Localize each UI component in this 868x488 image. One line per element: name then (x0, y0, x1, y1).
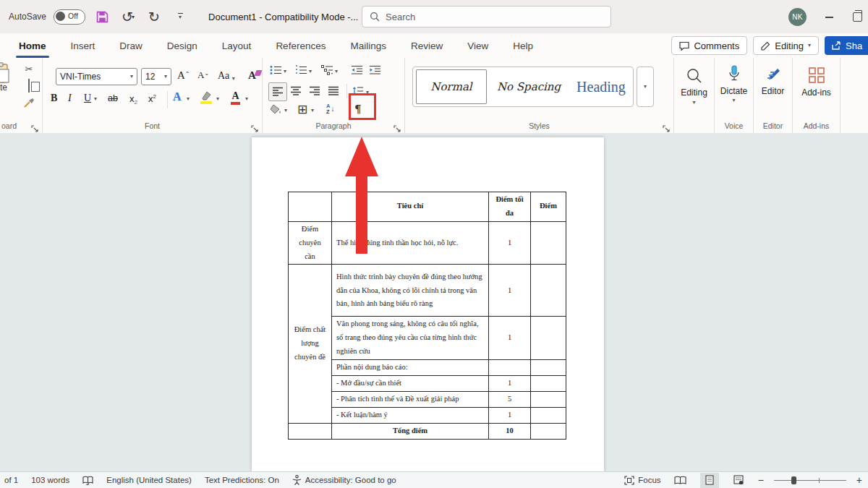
font-color-button[interactable]: A (231, 91, 240, 105)
proofing-status[interactable] (82, 476, 93, 485)
multilevel-dropdown[interactable]: ▾ (335, 69, 338, 74)
font-name-select[interactable]: VNI-Times ▾ (56, 68, 137, 85)
save-icon (96, 11, 109, 23)
styles-dialog-launcher[interactable] (663, 122, 670, 129)
justify-button[interactable] (328, 86, 339, 99)
page-indicator[interactable]: of 1 (4, 476, 18, 484)
autosave-toggle[interactable]: Off (54, 9, 85, 25)
dictate-button[interactable]: Dictate ▾ (715, 65, 753, 103)
save-button[interactable] (93, 6, 111, 27)
increase-indent-button[interactable] (369, 65, 381, 78)
tab-references[interactable]: References (274, 39, 327, 53)
shrink-font-button[interactable]: A⌄ (197, 69, 209, 81)
search-input[interactable]: Search (362, 6, 611, 27)
tab-insert[interactable]: Insert (69, 39, 97, 53)
editing-button[interactable]: Editing ▾ (674, 68, 714, 106)
text-predictions[interactable]: Text Predictions: On (205, 476, 279, 484)
bullets-button[interactable] (270, 65, 282, 78)
chevron-down-icon: ▾ (232, 76, 235, 82)
header-max-score: Điểm tối đa (489, 192, 531, 222)
numbering-dropdown[interactable]: ▾ (309, 69, 312, 74)
tab-view[interactable]: View (466, 39, 490, 53)
format-painter-button[interactable] (23, 98, 35, 111)
copy-button[interactable] (28, 80, 30, 93)
font-size-select[interactable]: 12 ▾ (141, 68, 171, 85)
highlight-dropdown[interactable]: ▾ (216, 96, 219, 102)
grading-table: Tiêu chí Điểm tối đa Điểm Điểm chuyên cầ… (288, 192, 566, 440)
style-no-spacing[interactable]: No Spacing (488, 69, 569, 104)
align-center-button[interactable] (290, 86, 302, 99)
word-count[interactable]: 103 words (31, 476, 69, 484)
subscript-button[interactable]: x2 (129, 93, 137, 104)
clipboard-dialog-launcher[interactable] (31, 122, 38, 129)
tab-help[interactable]: Help (511, 39, 535, 53)
print-layout-button[interactable] (700, 473, 719, 488)
tab-review[interactable]: Review (409, 39, 444, 53)
tab-design[interactable]: Design (166, 39, 199, 53)
customize-toolbar-button[interactable]: ▾ (171, 6, 190, 27)
superscript-button[interactable]: x2 (148, 93, 156, 104)
decrease-indent-button[interactable] (351, 65, 363, 78)
read-mode-button[interactable] (671, 473, 690, 488)
comments-button[interactable]: Comments (671, 36, 747, 55)
paragraph-dialog-launcher[interactable] (393, 122, 401, 129)
redo-button[interactable]: ↻ (145, 6, 163, 27)
addins-button[interactable]: Add-ins (793, 67, 840, 98)
criteria-cell: - Mở đầu/sự cần thiết (332, 376, 489, 392)
underline-button[interactable]: U (84, 93, 91, 104)
avatar[interactable]: NK (788, 8, 807, 26)
sort-button[interactable]: A Z ↓ (326, 103, 334, 114)
styles-more-button[interactable]: ▾ (637, 67, 654, 107)
tab-home[interactable]: Home (17, 39, 48, 53)
italic-button[interactable]: I (68, 93, 72, 104)
font-color-bar (231, 102, 240, 105)
restore-button[interactable] (853, 12, 862, 22)
web-layout-button[interactable] (729, 473, 748, 488)
language-selector[interactable]: English (United States) (106, 476, 192, 484)
bullets-dropdown[interactable]: ▾ (284, 69, 286, 74)
bold-button[interactable]: B (51, 93, 57, 104)
clear-formatting-button[interactable]: A (248, 69, 256, 82)
document-page[interactable]: Tiêu chí Điểm tối đa Điểm Điểm chuyên cầ… (252, 137, 604, 471)
numbering-button[interactable] (295, 65, 307, 78)
zoom-in-button[interactable]: + (856, 475, 862, 485)
shading-dropdown[interactable]: ▾ (284, 108, 287, 114)
accessibility-status[interactable]: Accessibility: Good to go (292, 475, 396, 485)
clear-formatting-glyph: A (248, 69, 256, 82)
cut-button[interactable]: ✂ (25, 64, 33, 74)
change-case-button[interactable]: Aa ▾ (218, 70, 235, 82)
strikethrough-button[interactable]: ab (108, 93, 118, 103)
shading-button[interactable] (270, 104, 282, 119)
editing-mode-button[interactable]: Editing ▾ (753, 36, 819, 55)
multilevel-list-button[interactable] (321, 65, 333, 78)
chevron-down-icon: ▾ (309, 68, 312, 74)
zoom-slider[interactable] (774, 475, 846, 485)
font-dialog-launcher[interactable] (251, 122, 258, 129)
chevron-down-icon: ▾ (130, 74, 133, 80)
font-color-dropdown[interactable]: ▾ (245, 96, 248, 102)
align-left-button[interactable] (268, 82, 287, 101)
minimize-button[interactable] (825, 12, 834, 21)
clipboard-group: ste ✂ oard (0, 58, 43, 133)
borders-button[interactable]: ⊞ (297, 103, 307, 116)
borders-dropdown[interactable]: ▾ (311, 108, 314, 114)
share-button[interactable]: Sha (825, 36, 868, 55)
focus-button[interactable]: Focus (624, 476, 660, 485)
tab-mailings[interactable]: Mailings (349, 39, 388, 53)
tab-draw[interactable]: Draw (118, 39, 144, 53)
addins-group-label: Add-ins (793, 121, 840, 130)
zoom-out-button[interactable]: − (758, 475, 764, 485)
editor-button[interactable]: Editor (754, 67, 792, 96)
style-heading[interactable]: Heading (572, 69, 630, 104)
criteria-cell: Hình thức trình bày chuyên đề đúng theo … (332, 265, 489, 317)
align-right-button[interactable] (309, 86, 320, 99)
zoom-slider-handle[interactable] (791, 476, 796, 484)
text-effects-dropdown[interactable]: ▾ (187, 96, 190, 102)
underline-dropdown[interactable]: ▾ (94, 96, 97, 102)
highlight-button[interactable] (200, 91, 212, 104)
text-effects-button[interactable]: A (173, 90, 182, 103)
tab-layout[interactable]: Layout (221, 39, 253, 53)
undo-button[interactable]: ↺ ▾ (119, 6, 137, 27)
style-normal[interactable]: Normal (416, 69, 487, 104)
grow-font-button[interactable]: A⌃ (177, 69, 190, 82)
